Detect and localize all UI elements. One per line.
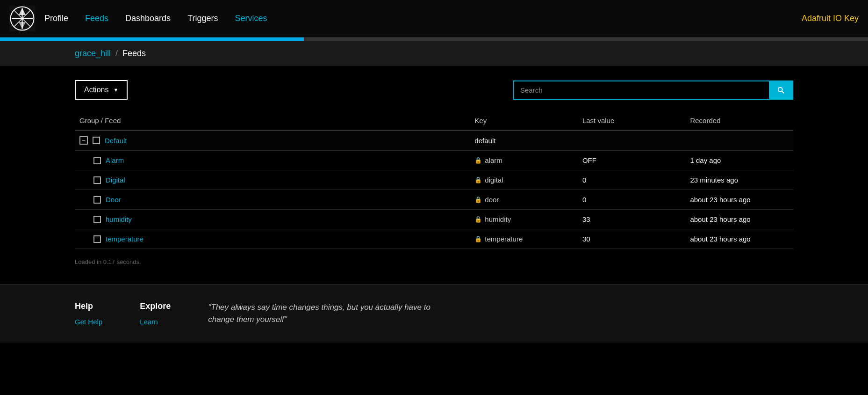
logo-icon [9,6,35,31]
col-header-group-feed: Group / Feed [75,111,470,131]
actions-button[interactable]: Actions ▼ [75,80,128,100]
feed-link[interactable]: Door [106,196,121,204]
feed-lastval-cell: 30 [578,229,686,249]
table-row: Alarm 🔒 alarm OFF 1 day ago [75,151,793,170]
feed-recorded-cell: 23 minutes ago [685,170,793,190]
feed-name-cell: humidity [75,210,470,229]
search-icon [776,86,785,94]
feed-key-cell: 🔒 door [470,190,578,210]
footer-explore-col: Explore Learn [140,301,171,326]
feed-checkbox[interactable] [93,216,101,223]
nav-dashboards[interactable]: Dashboards [125,14,171,23]
navbar: Profile Feeds Dashboards Triggers Servic… [0,0,868,37]
feed-checkbox[interactable] [93,176,101,184]
breadcrumb-separator: / [115,49,118,59]
main-content: Actions ▼ Group / Feed Key Last value Re… [0,66,868,284]
group-link[interactable]: Default [105,137,127,145]
table-body: − Default default Alarm � [75,131,793,249]
feed-lastval-cell: OFF [578,151,686,170]
feeds-table: Group / Feed Key Last value Recorded − D… [75,111,793,249]
feed-key-cell: 🔒 digital [470,170,578,190]
feed-name-cell: Digital [75,170,470,190]
col-header-last-value: Last value [578,111,686,131]
search-button[interactable] [769,81,792,99]
feed-recorded-cell: about 23 hours ago [685,210,793,229]
progress-bar-container [0,37,868,41]
table-row: Door 🔒 door 0 about 23 hours ago [75,190,793,210]
io-key-link[interactable]: Adafruit IO Key [802,14,859,23]
feed-name-cell: Door [75,190,470,210]
table-row: − Default default [75,131,793,151]
toolbar: Actions ▼ [75,80,793,100]
feed-link[interactable]: Alarm [106,156,124,164]
lock-icon: 🔒 [474,176,482,183]
feed-link[interactable]: humidity [106,215,132,223]
search-container [513,80,793,100]
lock-icon: 🔒 [474,157,482,164]
feed-name-cell: temperature [75,229,470,249]
search-input[interactable] [514,81,769,99]
footer: Help Get Help Explore Learn "They always… [0,284,868,343]
feed-recorded-cell: about 23 hours ago [685,229,793,249]
col-header-key: Key [470,111,578,131]
group-checkbox[interactable] [93,137,100,144]
footer-help-col: Help Get Help [75,301,102,326]
nav-profile[interactable]: Profile [44,14,68,23]
lock-icon: 🔒 [474,235,482,242]
actions-label: Actions [84,86,108,94]
feed-recorded-cell: about 23 hours ago [685,190,793,210]
breadcrumb-current: Feeds [122,49,146,59]
table-header: Group / Feed Key Last value Recorded [75,111,793,131]
table-row: temperature 🔒 temperature 30 about 23 ho… [75,229,793,249]
nav-triggers[interactable]: Triggers [187,14,218,23]
footer-explore-link[interactable]: Learn [140,318,171,326]
feed-recorded-cell: 1 day ago [685,151,793,170]
col-header-recorded: Recorded [685,111,793,131]
feed-link[interactable]: temperature [106,235,143,243]
progress-bar-fill [0,37,304,41]
feed-link[interactable]: Digital [106,176,125,184]
footer-explore-heading: Explore [140,301,171,311]
feed-lastval-cell: 0 [578,170,686,190]
footer-quote-col: "They always say time changes things, bu… [208,301,442,326]
feed-name-cell: Alarm [75,151,470,170]
feed-checkbox[interactable] [93,196,101,204]
nav-services[interactable]: Services [235,14,267,23]
collapse-button[interactable]: − [79,136,88,145]
feed-checkbox[interactable] [93,157,101,164]
feed-checkbox[interactable] [93,235,101,243]
group-recorded-cell [685,131,793,151]
feed-key-cell: 🔒 alarm [470,151,578,170]
chevron-down-icon: ▼ [113,87,118,93]
feed-key-cell: 🔒 humidity [470,210,578,229]
footer-quote: "They always say time changes things, bu… [208,301,442,325]
loaded-text: Loaded in 0.17 seconds. [75,258,793,265]
feed-lastval-cell: 0 [578,190,686,210]
lock-icon: 🔒 [474,196,482,203]
group-key-cell: default [470,131,578,151]
table-row: humidity 🔒 humidity 33 about 23 hours ag… [75,210,793,229]
feed-lastval-cell: 33 [578,210,686,229]
breadcrumb: grace_hill / Feeds [0,41,868,66]
group-lastval-cell [578,131,686,151]
nav-links: Profile Feeds Dashboards Triggers Servic… [44,14,802,23]
nav-feeds[interactable]: Feeds [85,14,108,23]
footer-help-link[interactable]: Get Help [75,318,102,326]
footer-help-heading: Help [75,301,102,311]
lock-icon: 🔒 [474,216,482,223]
feed-key-cell: 🔒 temperature [470,229,578,249]
breadcrumb-user-link[interactable]: grace_hill [75,49,111,59]
group-name-cell: − Default [75,131,470,151]
table-row: Digital 🔒 digital 0 23 minutes ago [75,170,793,190]
